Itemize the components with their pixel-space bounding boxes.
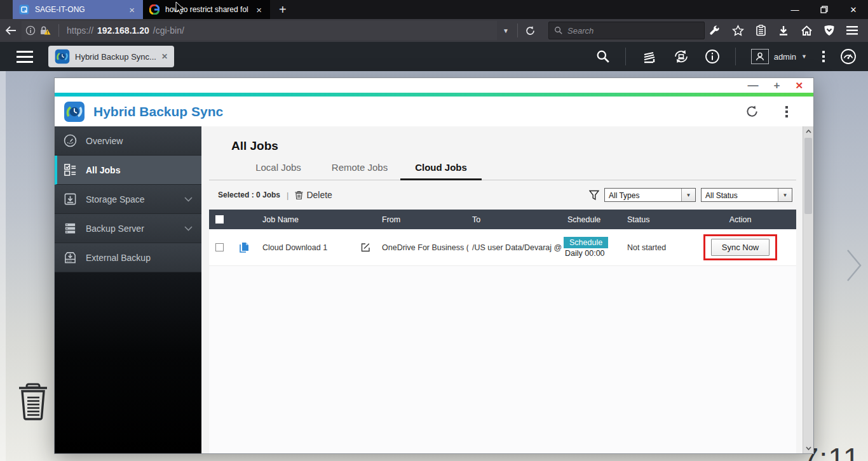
jobs-toolbar: Selected : 0 Jobs | Delete bbox=[209, 187, 796, 203]
schedule-time: Daily 00:00 bbox=[564, 249, 605, 258]
search-icon bbox=[554, 26, 563, 35]
library-clipboard-icon[interactable] bbox=[752, 25, 769, 36]
status-filter-dropdown[interactable]: All Status ▼ bbox=[701, 188, 792, 202]
browser-tab-nas[interactable]: SAGE-IT-ONG × bbox=[13, 0, 143, 19]
tab-close-icon[interactable]: × bbox=[254, 4, 264, 15]
col-job-name[interactable]: Job Name bbox=[259, 215, 353, 224]
refresh-icon[interactable] bbox=[745, 105, 759, 118]
external-device-icon[interactable] bbox=[673, 49, 689, 64]
window-scrollbar[interactable] bbox=[803, 126, 813, 453]
delete-button[interactable]: Delete bbox=[295, 190, 332, 200]
status-filter-caret-icon[interactable]: ▼ bbox=[778, 189, 792, 201]
os-window-controls: — ✕ bbox=[780, 0, 868, 19]
col-schedule[interactable]: Schedule bbox=[564, 215, 621, 224]
app-tab-close-icon[interactable]: ✕ bbox=[161, 52, 168, 61]
edit-job-cell[interactable] bbox=[353, 243, 378, 252]
sidebar-label: External Backup bbox=[86, 253, 151, 263]
tab-local-jobs[interactable]: Local Jobs bbox=[238, 162, 319, 180]
job-to: /US user Data/Devaraj @ bbox=[468, 243, 564, 252]
sidebar-item-external-backup[interactable]: External Backup bbox=[55, 243, 201, 272]
hbs-header-actions bbox=[745, 105, 813, 118]
cloud-job-pages-icon bbox=[238, 241, 250, 254]
hbs-maximize-icon[interactable]: + bbox=[773, 80, 780, 91]
qnap-tab-icon bbox=[19, 4, 29, 15]
downloads-icon[interactable] bbox=[775, 25, 792, 36]
dashboard-icon[interactable] bbox=[840, 48, 857, 65]
main-menu-icon[interactable] bbox=[17, 51, 33, 63]
navbar-divider bbox=[517, 23, 518, 37]
selected-count: Selected : 0 Jobs bbox=[218, 190, 280, 199]
sidebar-label: All Jobs bbox=[86, 165, 120, 175]
row-checkbox[interactable] bbox=[215, 243, 224, 251]
hbs-minimize-icon[interactable]: — bbox=[747, 80, 758, 91]
home-icon[interactable] bbox=[798, 25, 815, 36]
external-backup-icon bbox=[64, 251, 77, 264]
url-bar[interactable]: https://192.168.1.20/cgi-bin/ bbox=[22, 21, 497, 40]
filters: All Types ▼ All Status ▼ bbox=[589, 188, 792, 202]
hbs-body: Overview All Jobs bbox=[55, 126, 813, 453]
browser-search-input[interactable]: Search bbox=[548, 22, 705, 39]
bookmark-star-icon[interactable] bbox=[729, 25, 746, 37]
hbs-close-icon[interactable]: ✕ bbox=[795, 81, 803, 90]
tab-label: SAGE-IT-ONG bbox=[35, 5, 121, 14]
col-from[interactable]: From bbox=[378, 215, 468, 224]
browser-tabstrip: SAGE-IT-ONG × how to restrict shared fol… bbox=[0, 0, 868, 19]
close-icon[interactable]: ✕ bbox=[839, 0, 868, 19]
sidebar-label: Overview bbox=[86, 136, 123, 146]
sidebar-item-overview[interactable]: Overview bbox=[55, 126, 201, 156]
insecure-lock-icon[interactable] bbox=[39, 25, 51, 36]
hbs-more-icon[interactable] bbox=[785, 106, 788, 117]
scroll-up-icon[interactable] bbox=[803, 126, 813, 137]
tab-remote-jobs[interactable]: Remote Jobs bbox=[319, 162, 400, 180]
qts-search-icon[interactable] bbox=[596, 50, 610, 63]
url-scheme: https:// bbox=[67, 25, 93, 36]
edit-icon bbox=[361, 243, 370, 252]
hbs-main: All Jobs Local Jobs Remote Jobs Cloud Jo… bbox=[201, 126, 803, 453]
hbs-app-tab[interactable]: Hybrid Backup Sync... ✕ bbox=[48, 46, 174, 67]
recycle-bin-icon[interactable] bbox=[14, 380, 52, 422]
sync-now-button[interactable]: Sync Now bbox=[711, 239, 770, 256]
job-type-cell bbox=[229, 241, 259, 254]
scrollbar-track[interactable] bbox=[803, 137, 813, 443]
back-icon[interactable] bbox=[0, 26, 22, 35]
notifications-info-icon[interactable] bbox=[705, 49, 720, 64]
user-menu[interactable]: admin ▼ bbox=[751, 49, 807, 64]
hbs-app-icon bbox=[55, 49, 70, 64]
developer-wrench-icon[interactable] bbox=[707, 25, 723, 36]
job-action-cell: Sync Now bbox=[684, 234, 796, 260]
qts-taskbar-right: admin ▼ bbox=[596, 48, 868, 65]
sidebar-item-backup-server[interactable]: Backup Server bbox=[55, 214, 201, 243]
next-desktop-chevron-icon[interactable] bbox=[845, 248, 863, 283]
sidebar-item-all-jobs[interactable]: All Jobs bbox=[55, 156, 201, 185]
reload-icon[interactable] bbox=[520, 25, 539, 36]
taskbar-more-icon[interactable] bbox=[822, 51, 825, 62]
type-filter-value: All Types bbox=[605, 189, 681, 201]
restore-icon[interactable] bbox=[810, 0, 839, 19]
background-tasks-icon[interactable] bbox=[641, 49, 658, 64]
select-all-checkbox[interactable] bbox=[215, 215, 224, 224]
type-filter-caret-icon[interactable]: ▼ bbox=[681, 189, 695, 201]
pocket-shield-icon[interactable] bbox=[821, 25, 837, 36]
type-filter-dropdown[interactable]: All Types ▼ bbox=[604, 188, 696, 202]
delete-label: Delete bbox=[306, 190, 332, 200]
menu-hamburger-icon[interactable] bbox=[844, 26, 860, 35]
scrollbar-thumb[interactable] bbox=[804, 138, 812, 214]
browser-tab-google[interactable]: how to restrict shared folder × bbox=[143, 0, 270, 19]
tab-close-icon[interactable]: × bbox=[127, 4, 137, 15]
hbs-title: Hybrid Backup Sync bbox=[93, 104, 223, 119]
minimize-icon[interactable]: — bbox=[780, 0, 810, 19]
url-divider bbox=[58, 24, 59, 37]
page-info-icon[interactable] bbox=[25, 25, 36, 36]
toolbar-divider: | bbox=[287, 190, 288, 200]
col-status[interactable]: Status bbox=[621, 215, 684, 224]
table-row[interactable]: Cloud Download 1 OneDrive For Business (… bbox=[209, 229, 796, 266]
annotation-highlight-box: Sync Now bbox=[703, 234, 777, 260]
scroll-down-icon[interactable] bbox=[803, 443, 813, 453]
sidebar-item-storage-space[interactable]: Storage Space bbox=[55, 185, 201, 214]
url-dropdown-icon[interactable]: ▼ bbox=[497, 27, 515, 34]
filter-funnel-icon[interactable] bbox=[589, 190, 599, 201]
all-jobs-icon bbox=[64, 163, 77, 177]
tab-cloud-jobs[interactable]: Cloud Jobs bbox=[400, 162, 482, 180]
col-to[interactable]: To bbox=[468, 215, 564, 224]
new-tab-button[interactable]: + bbox=[270, 0, 295, 19]
